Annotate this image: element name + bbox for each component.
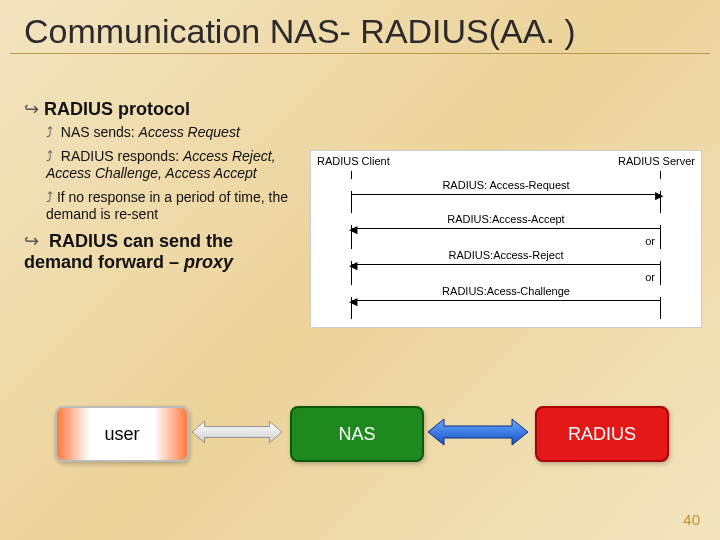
msg-label: RADIUS:Access-Accept <box>351 213 661 225</box>
arrowhead-left-icon: ◀ <box>349 259 357 272</box>
text: NAS sends: <box>61 124 139 140</box>
or-text: or <box>645 271 655 283</box>
bullet-list: RADIUS protocol NAS sends: Access Reques… <box>24 98 304 277</box>
endpoint-server: RADIUS Server <box>618 155 695 167</box>
endpoint-client: RADIUS Client <box>317 155 390 167</box>
msg-label: RADIUS:Access-Reject <box>351 249 661 261</box>
text: RADIUS responds: <box>61 148 183 164</box>
msg-access-request: RADIUS: Access-Request ▶ <box>351 187 661 201</box>
sub-noresponse: If no response in a period of time, the … <box>46 189 304 224</box>
msg-access-reject: RADIUS:Access-Reject ◀ <box>351 257 661 271</box>
sequence-diagram: RADIUS Client RADIUS Server RADIUS: Acce… <box>310 150 702 328</box>
svg-marker-0 <box>192 421 282 443</box>
msg-access-challenge: RADIUS:Acess-Challenge ◀ <box>351 293 661 307</box>
slide-title: Communication NAS- RADIUS(AA. ) <box>10 0 710 54</box>
flow-box-nas: NAS <box>290 406 424 462</box>
sub-nas-sends: NAS sends: Access Request <box>46 124 304 142</box>
svg-marker-1 <box>428 419 528 445</box>
access-request-ital: Access Request <box>139 124 240 140</box>
flow-box-user: user <box>55 406 189 462</box>
arrow-user-nas-icon <box>192 418 282 446</box>
sub-radius-responds: RADIUS responds: Access Reject, Access C… <box>46 148 304 183</box>
msg-label: RADIUS: Access-Request <box>351 179 661 191</box>
arrowhead-left-icon: ◀ <box>349 223 357 236</box>
msg-label: RADIUS:Acess-Challenge <box>351 285 661 297</box>
msg-access-accept: RADIUS:Access-Accept ◀ <box>351 221 661 235</box>
page-number: 40 <box>683 511 700 528</box>
flow-box-radius: RADIUS <box>535 406 669 462</box>
bullet-proxy: RADIUS can send the demand forward – pro… <box>24 230 304 273</box>
arrowhead-right-icon: ▶ <box>655 189 663 202</box>
arrowhead-left-icon: ◀ <box>349 295 357 308</box>
or-text: or <box>645 235 655 247</box>
proxy-ital: proxy <box>184 252 233 272</box>
arrow-nas-radius-icon <box>428 418 528 446</box>
flow-row: user NAS RADIUS <box>0 400 720 470</box>
bullet-radius-protocol: RADIUS protocol <box>24 98 304 120</box>
